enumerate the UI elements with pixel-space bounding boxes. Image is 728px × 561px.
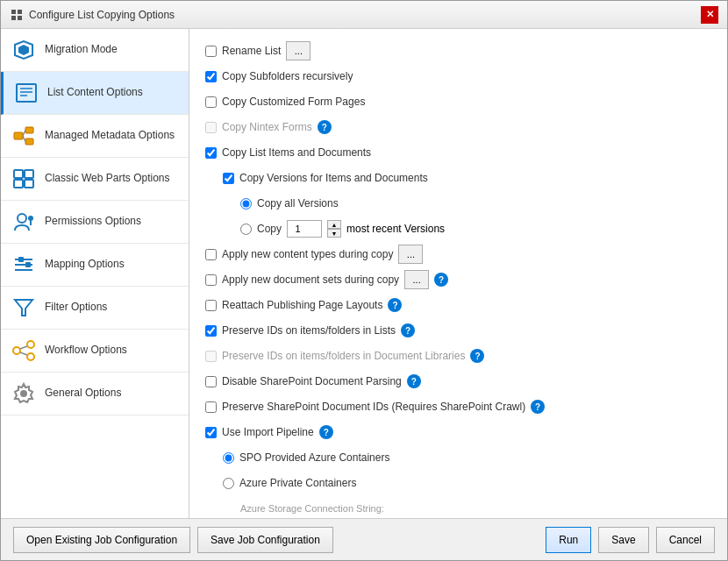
preserve-ids-lists-help-icon[interactable]: ?	[401, 323, 415, 337]
use-import-pipeline-help-icon[interactable]: ?	[319, 425, 333, 439]
open-job-config-button[interactable]: Open Existing Job Configuration	[13, 527, 190, 553]
sidebar-item-classic-webparts[interactable]: Classic Web Parts Options	[1, 158, 189, 201]
title-bar-left: Configure List Copying Options	[10, 8, 175, 22]
svg-rect-18	[25, 180, 33, 188]
permissions-icon	[11, 209, 36, 234]
general-icon	[11, 381, 36, 406]
apply-content-types-checkbox[interactable]	[205, 249, 217, 260]
reattach-layouts-help-icon[interactable]: ?	[388, 298, 402, 312]
svg-rect-1	[18, 10, 22, 14]
copy-versions-row: Copy Versions for Items and Documents	[205, 168, 711, 188]
svg-point-33	[20, 390, 27, 397]
preserve-ids-libraries-help-icon[interactable]: ?	[470, 349, 484, 363]
apply-content-types-button[interactable]: ...	[398, 245, 423, 264]
sidebar-label-workflow: Workflow Options	[45, 344, 127, 358]
sidebar-item-workflow[interactable]: Workflow Options	[1, 330, 189, 373]
disable-doc-parsing-checkbox[interactable]	[205, 376, 217, 387]
reattach-layouts-row: Reattach Publishing Page Layouts ?	[205, 295, 711, 315]
reattach-layouts-label: Reattach Publishing Page Layouts	[222, 299, 382, 311]
disable-doc-parsing-help-icon[interactable]: ?	[407, 374, 421, 388]
private-containers-radio[interactable]	[223, 478, 234, 489]
sidebar-label-permissions: Permissions Options	[45, 215, 141, 229]
sidebar-item-list-content[interactable]: List Content Options	[1, 72, 189, 115]
spinner-up-button[interactable]: ▲	[327, 220, 341, 229]
spinner-down-button[interactable]: ▼	[327, 229, 341, 238]
sidebar-item-migration-mode[interactable]: Migration Mode	[1, 29, 189, 72]
svg-rect-10	[14, 132, 23, 139]
copy-recent-versions-row: Copy ▲ ▼ most recent Versions	[205, 219, 711, 238]
apply-content-types-label: Apply new content types during copy	[222, 248, 393, 260]
copy-recent-number-input[interactable]	[287, 220, 322, 238]
sidebar-label-classic-webparts: Classic Web Parts Options	[45, 172, 170, 186]
migration-mode-icon	[11, 38, 36, 62]
sidebar-label-migration-mode: Migration Mode	[45, 43, 118, 57]
apply-doc-sets-help-icon[interactable]: ?	[434, 273, 448, 287]
apply-doc-sets-checkbox[interactable]	[205, 274, 217, 286]
preserve-ids-libraries-row: Preserve IDs on items/folders in Documen…	[205, 346, 711, 366]
copy-all-versions-radio[interactable]	[240, 198, 252, 209]
svg-point-19	[18, 214, 26, 223]
apply-content-types-row: Apply new content types during copy ...	[205, 245, 711, 264]
svg-rect-3	[18, 16, 22, 20]
rename-list-button[interactable]: ...	[286, 41, 310, 60]
sidebar: Migration Mode List Content Options	[1, 29, 189, 518]
azure-storage-label-row: Azure Storage Connection String:	[205, 499, 711, 518]
rename-list-label: Rename List	[222, 45, 281, 57]
preserve-doc-ids-help-icon[interactable]: ?	[531, 400, 545, 414]
azure-storage-label: Azure Storage Connection String:	[240, 503, 384, 514]
copy-recent-suffix-label: most recent Versions	[346, 223, 445, 235]
sidebar-item-filter[interactable]: Filter Options	[1, 287, 189, 330]
cancel-button[interactable]: Cancel	[656, 527, 715, 553]
sidebar-item-managed-metadata[interactable]: Managed Metadata Options	[1, 115, 189, 158]
copy-recent-versions-radio[interactable]	[240, 224, 252, 235]
preserve-doc-ids-row: Preserve SharePoint Document IDs (Requir…	[205, 397, 711, 416]
sidebar-label-list-content: List Content Options	[47, 86, 143, 100]
reattach-layouts-checkbox[interactable]	[205, 300, 217, 311]
run-button[interactable]: Run	[546, 527, 591, 553]
apply-doc-sets-label: Apply new document sets during copy	[222, 273, 399, 286]
apply-doc-sets-button[interactable]: ...	[404, 270, 429, 289]
svg-rect-2	[11, 16, 16, 20]
copy-versions-checkbox[interactable]	[223, 173, 234, 184]
svg-rect-16	[25, 170, 33, 178]
copy-subfolders-row: Copy Subfolders recursively	[205, 67, 711, 86]
main-content: Migration Mode List Content Options	[1, 29, 727, 518]
save-button[interactable]: Save	[598, 527, 648, 553]
private-containers-label: Azure Private Containers	[239, 477, 356, 489]
copy-nintex-forms-checkbox[interactable]	[205, 122, 217, 133]
close-button[interactable]: ✕	[701, 6, 718, 24]
svg-point-30	[27, 353, 34, 360]
copy-nintex-forms-help-icon[interactable]: ?	[318, 120, 332, 134]
private-containers-row: Azure Private Containers	[205, 473, 711, 493]
preserve-ids-libraries-checkbox[interactable]	[205, 351, 217, 362]
preserve-doc-ids-checkbox[interactable]	[205, 401, 217, 413]
spo-containers-radio[interactable]	[223, 452, 234, 464]
rename-list-checkbox[interactable]	[205, 46, 217, 57]
svg-point-29	[27, 341, 34, 348]
sidebar-item-mapping[interactable]: Mapping Options	[1, 244, 189, 287]
svg-rect-17	[14, 180, 23, 188]
svg-rect-15	[14, 170, 23, 178]
use-import-pipeline-checkbox[interactable]	[205, 427, 217, 438]
preserve-ids-lists-checkbox[interactable]	[205, 325, 217, 337]
dialog-icon	[10, 8, 24, 22]
copy-form-pages-label: Copy Customized Form Pages	[222, 96, 365, 108]
svg-rect-25	[18, 257, 24, 262]
sidebar-item-general[interactable]: General Options	[1, 373, 189, 415]
preserve-ids-lists-row: Preserve IDs on items/folders in Lists ?	[205, 321, 711, 340]
copy-list-items-row: Copy List Items and Documents	[205, 143, 711, 162]
copy-nintex-forms-label: Copy Nintex Forms	[222, 121, 312, 133]
copy-all-versions-label: Copy all Versions	[257, 197, 339, 209]
copy-versions-label: Copy Versions for Items and Documents	[239, 172, 428, 184]
svg-rect-0	[11, 10, 16, 14]
copy-subfolders-checkbox[interactable]	[205, 71, 217, 82]
sidebar-item-permissions[interactable]: Permissions Options	[1, 201, 189, 244]
copy-list-items-label: Copy List Items and Documents	[222, 146, 371, 159]
managed-metadata-icon	[11, 124, 36, 148]
copy-form-pages-checkbox[interactable]	[205, 96, 217, 108]
svg-rect-26	[25, 262, 31, 267]
save-job-config-button[interactable]: Save Job Configuration	[197, 527, 333, 553]
spo-containers-row: SPO Provided Azure Containers	[205, 448, 711, 467]
copy-list-items-checkbox[interactable]	[205, 147, 217, 159]
classic-webparts-icon	[11, 167, 36, 191]
